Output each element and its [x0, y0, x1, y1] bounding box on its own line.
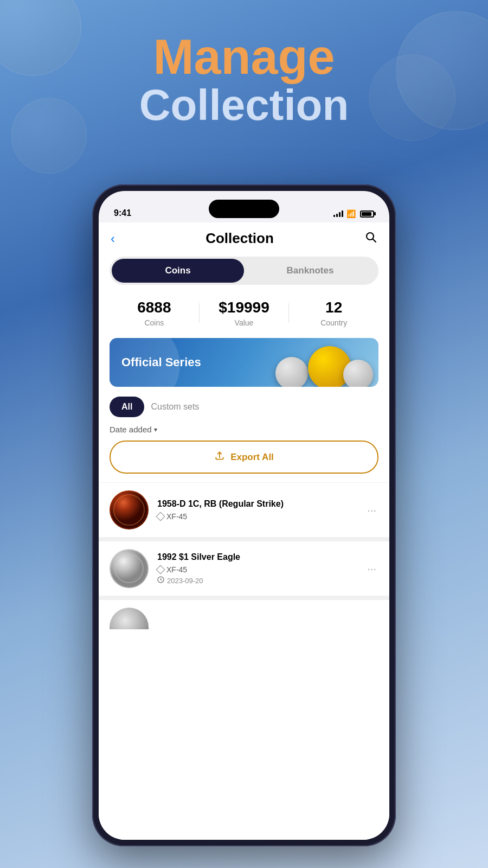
value-label: Value — [200, 318, 289, 327]
export-icon — [214, 450, 225, 464]
app-content: ‹ Collection Coins Banknotes 6888 — [99, 222, 389, 840]
grade-diamond-icon-2 — [156, 565, 165, 575]
coin-menu-button-1[interactable]: ··· — [365, 502, 378, 519]
stat-country: 12 Country — [289, 299, 378, 327]
coin-grade-2: XF-45 — [157, 565, 356, 574]
coin-info-1: 1958-D 1C, RB (Regular Strike) XF-45 — [157, 499, 356, 521]
svg-point-4 — [111, 550, 147, 587]
coin-thumbnail-3-partial — [110, 608, 149, 629]
page-title: Collection — [206, 230, 274, 247]
coin-name-2: 1992 $1 Silver Eagle — [157, 552, 356, 562]
svg-point-2 — [111, 492, 147, 528]
back-button[interactable]: ‹ — [111, 231, 115, 246]
coin-grade-value-1: XF-45 — [166, 512, 187, 521]
svg-line-1 — [373, 239, 376, 242]
coin-name-1: 1958-D 1C, RB (Regular Strike) — [157, 499, 356, 509]
segment-control: Coins Banknotes — [110, 257, 378, 285]
signal-icon — [333, 210, 343, 217]
coin-date-value-2: 2023-09-20 — [167, 577, 203, 585]
coin-list: 1958-D 1C, RB (Regular Strike) XF-45 ··· — [99, 482, 389, 629]
country-value: 12 — [289, 299, 378, 316]
battery-icon — [360, 210, 374, 218]
coin-info-2: 1992 $1 Silver Eagle XF-45 — [157, 552, 356, 585]
nav-bar: ‹ Collection — [99, 222, 389, 252]
banner-coins — [286, 346, 373, 387]
status-time: 9:41 — [114, 208, 131, 218]
status-icons: 📶 — [333, 209, 374, 218]
banner-text: Official Series — [110, 355, 201, 369]
coins-label: Coins — [110, 318, 199, 327]
grade-diamond-icon — [156, 512, 165, 521]
sort-label[interactable]: Date added — [110, 425, 152, 434]
coin-menu-button-2[interactable]: ··· — [365, 560, 378, 577]
filter-custom-sets-button[interactable]: Custom sets — [151, 402, 199, 412]
coin-thumbnail-2 — [110, 549, 149, 588]
coins-value: 6888 — [110, 299, 199, 316]
search-button[interactable] — [364, 231, 377, 247]
back-chevron-icon: ‹ — [111, 231, 115, 246]
stat-value: $19999 Value — [200, 299, 289, 327]
coin-date-2: 2023-09-20 — [157, 576, 356, 585]
stat-coins: 6888 Coins — [110, 299, 199, 327]
coin-thumbnail-1 — [110, 490, 149, 529]
export-label: Export All — [230, 452, 274, 463]
list-item: 1958-D 1C, RB (Regular Strike) XF-45 ··· — [99, 482, 389, 537]
phone-screen: 9:41 📶 ‹ Coll — [99, 191, 389, 840]
sort-row: Date added ▾ — [99, 425, 389, 441]
hero-manage-text: Manage — [0, 33, 488, 81]
phone-mockup: 9:41 📶 ‹ Coll — [92, 184, 396, 846]
official-series-banner[interactable]: Official Series — [110, 338, 378, 387]
clock-icon — [157, 576, 164, 585]
coin-grade-1: XF-45 — [157, 512, 356, 521]
hero-collection-text: Collection — [0, 81, 488, 129]
banner-coin-silver-2 — [343, 360, 373, 387]
coin-image-inner-2 — [110, 549, 149, 588]
sort-chevron-icon[interactable]: ▾ — [154, 426, 157, 433]
filter-all-button[interactable]: All — [110, 397, 144, 417]
list-item-partial — [99, 596, 389, 629]
export-all-button[interactable]: Export All — [110, 441, 378, 474]
value-amount: $19999 — [200, 299, 289, 316]
wifi-icon: 📶 — [346, 209, 356, 218]
coin-grade-value-2: XF-45 — [166, 565, 187, 574]
hero-section: Manage Collection — [0, 33, 488, 129]
coin-image-inner-1 — [110, 490, 149, 529]
list-item: 1992 $1 Silver Eagle XF-45 — [99, 537, 389, 596]
country-label: Country — [289, 318, 378, 327]
segment-coins[interactable]: Coins — [112, 259, 244, 283]
dynamic-island — [209, 200, 279, 218]
banner-coin-silver — [275, 357, 308, 387]
segment-banknotes[interactable]: Banknotes — [244, 259, 376, 283]
stats-row: 6888 Coins $19999 Value 12 Country — [99, 293, 389, 338]
filter-row: All Custom sets — [99, 397, 389, 425]
